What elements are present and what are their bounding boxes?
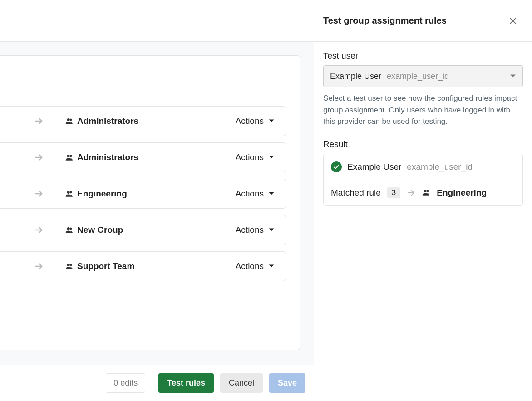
result-match-row: Matched rule 3 Engineering — [324, 180, 522, 205]
rule-group: Administrators — [54, 116, 231, 126]
caret-down-icon — [268, 119, 275, 123]
arrow-right-icon — [407, 188, 416, 197]
arrow-right-icon — [34, 189, 44, 199]
rule-group-name: Engineering — [77, 189, 127, 199]
test-user-label: Test user — [323, 51, 523, 61]
rule-arrow-cell — [0, 215, 54, 245]
test-panel-title: Test group assignment rules — [323, 15, 447, 26]
svg-point-10 — [67, 227, 70, 230]
check-circle-icon — [331, 161, 342, 172]
svg-point-2 — [70, 118, 72, 121]
rule-group-name: Administrators — [77, 116, 138, 126]
rule-row: New Group Actions — [0, 215, 286, 245]
close-button[interactable] — [506, 14, 520, 28]
rule-actions-label: Actions — [236, 189, 264, 199]
caret-down-icon — [268, 264, 275, 269]
users-icon — [65, 118, 74, 126]
svg-point-1 — [67, 118, 70, 121]
rule-arrow-cell — [0, 143, 54, 172]
rule-actions-dropdown[interactable]: Actions — [231, 186, 279, 201]
edits-counter: 0 edits — [106, 373, 145, 393]
footer-separator — [152, 375, 152, 391]
test-user-select-name: Example User — [330, 72, 381, 81]
rules-section: Administrators Actions — [0, 0, 314, 401]
rule-actions-label: Actions — [236, 261, 264, 271]
rule-group-name: Administrators — [77, 152, 138, 162]
test-user-select-id: example_user_id — [387, 72, 449, 81]
rules-list: Administrators Actions — [0, 106, 286, 288]
rule-actions-dropdown[interactable]: Actions — [231, 222, 279, 238]
rule-actions-label: Actions — [236, 152, 264, 162]
caret-down-icon — [268, 191, 275, 196]
rule-group: Support Team — [54, 261, 231, 271]
svg-point-19 — [427, 190, 429, 192]
save-button[interactable]: Save — [269, 373, 305, 393]
test-user-help-text: Select a test user to see how the config… — [323, 93, 523, 127]
test-panel: Test group assignment rules Test user Ex… — [314, 0, 532, 401]
matched-group-name: Engineering — [437, 188, 487, 198]
footer-bar: 0 edits Test rules Cancel Save — [0, 365, 314, 401]
users-icon — [65, 191, 74, 198]
matched-rule-index: 3 — [387, 187, 400, 198]
svg-point-13 — [67, 264, 70, 266]
result-label: Result — [323, 139, 523, 149]
matched-rule-label: Matched rule — [331, 188, 381, 198]
arrow-right-icon — [34, 261, 44, 271]
svg-point-11 — [70, 227, 72, 230]
rule-group: Engineering — [54, 189, 231, 199]
svg-point-7 — [67, 191, 70, 194]
rule-actions-dropdown[interactable]: Actions — [231, 259, 279, 274]
rule-group-name: New Group — [77, 225, 123, 235]
rules-area: Administrators Actions — [0, 42, 314, 365]
rule-row: Engineering Actions — [0, 179, 286, 209]
cancel-button[interactable]: Cancel — [220, 373, 263, 393]
result-user-name: Example User — [347, 162, 401, 172]
rule-group: New Group — [54, 225, 231, 235]
caret-down-icon — [268, 228, 275, 232]
result-user-row: Example User example_user_id — [324, 154, 522, 180]
rule-arrow-cell — [0, 179, 54, 208]
rule-arrow-cell — [0, 252, 54, 281]
arrow-right-icon — [34, 116, 44, 126]
rule-actions-dropdown[interactable]: Actions — [231, 150, 279, 165]
users-icon — [65, 227, 74, 235]
rule-group: Administrators — [54, 152, 231, 162]
test-panel-header: Test group assignment rules — [314, 0, 532, 42]
left-header-spacer — [0, 0, 314, 42]
svg-point-18 — [424, 190, 427, 192]
svg-point-14 — [70, 264, 72, 266]
users-icon — [65, 154, 74, 162]
rule-actions-label: Actions — [236, 116, 264, 126]
test-rules-button[interactable]: Test rules — [158, 373, 214, 393]
users-icon — [65, 263, 74, 271]
rule-row: Administrators Actions — [0, 142, 286, 172]
close-icon — [508, 19, 517, 27]
test-user-select[interactable]: Example User example_user_id — [323, 65, 523, 87]
users-icon — [422, 189, 430, 197]
svg-point-5 — [70, 155, 72, 157]
caret-down-icon — [510, 72, 516, 80]
arrow-right-icon — [34, 225, 44, 235]
rule-actions-dropdown[interactable]: Actions — [231, 113, 279, 129]
result-user-id: example_user_id — [407, 162, 473, 172]
svg-point-8 — [70, 191, 72, 193]
rule-group-name: Support Team — [77, 261, 134, 271]
rule-actions-label: Actions — [236, 225, 264, 235]
caret-down-icon — [268, 155, 275, 160]
arrow-right-icon — [34, 152, 44, 162]
rule-row: Administrators Actions — [0, 106, 286, 136]
result-card: Example User example_user_id Matched rul… — [323, 154, 523, 206]
rule-row: Support Team Actions — [0, 251, 286, 281]
test-panel-body: Test user Example User example_user_id S… — [314, 42, 532, 215]
svg-point-4 — [67, 155, 70, 157]
rule-arrow-cell — [0, 107, 54, 136]
